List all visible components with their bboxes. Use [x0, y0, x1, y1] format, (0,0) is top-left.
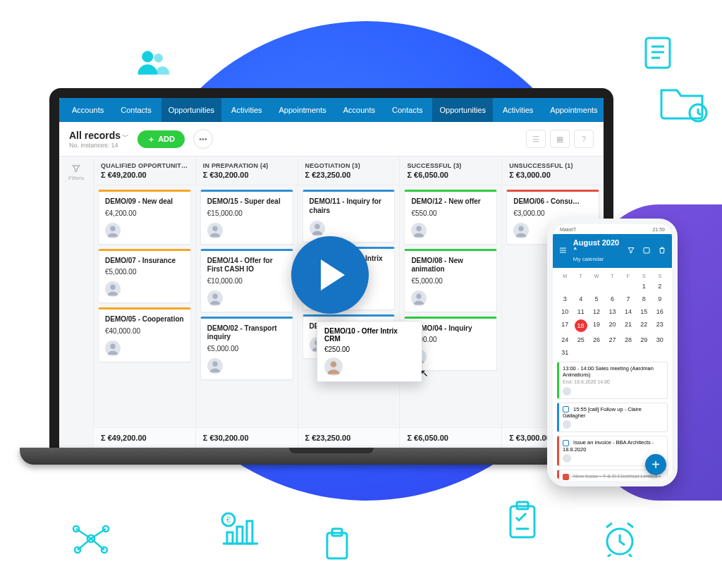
calendar-day[interactable]: 2 [652, 280, 668, 293]
today-icon[interactable] [642, 246, 651, 255]
avatar [563, 387, 571, 396]
subheader: All records﹀ No. instances: 14 ＋ ADD •••… [59, 122, 604, 157]
chevron-down-icon[interactable]: ﹀ [122, 133, 129, 140]
network-icon [71, 522, 111, 556]
svg-point-6 [142, 51, 153, 62]
svg-rect-5 [644, 248, 649, 254]
nav-tab-appointments[interactable]: Appointments [543, 98, 604, 122]
play-video-button[interactable] [291, 236, 369, 314]
nav-tab-contacts[interactable]: Contacts [385, 98, 429, 122]
nav-tab-activities[interactable]: Activities [496, 98, 540, 122]
nav-tab-opportunities[interactable]: Opportunities [432, 98, 492, 122]
avatar [207, 223, 223, 238]
nav-tab-contacts[interactable]: Contacts [114, 98, 158, 122]
checkbox[interactable] [563, 440, 569, 446]
calendar-day[interactable]: 14 [620, 305, 636, 318]
calendar-day[interactable]: 8 [636, 293, 651, 305]
avatar [411, 223, 427, 238]
alarm-clock-icon [601, 522, 639, 557]
view-kanban-icon[interactable]: ▦ [550, 130, 570, 148]
calendar-day[interactable]: 25 [573, 333, 588, 346]
avatar [563, 420, 571, 429]
calendar-header: August 2020 ˄ My calendar [553, 234, 672, 268]
nav-tab-accounts[interactable]: Accounts [336, 98, 382, 122]
opportunity-card[interactable]: DEMO/15 - Super deal €15,000.00 [200, 190, 293, 245]
calendar-day[interactable]: 3 [557, 293, 573, 305]
filter-icon[interactable] [627, 246, 635, 255]
calendar-day[interactable]: 13 [604, 305, 620, 318]
hamburger-icon[interactable] [558, 246, 568, 255]
column-header: UNSUCCESSFUL (1) Σ €3,000.00 [502, 157, 604, 185]
nav-tab-activities[interactable]: Activities [224, 98, 269, 122]
calendar-day[interactable]: 17 [557, 318, 573, 333]
calendar-day[interactable]: 22 [636, 318, 651, 333]
clipboard-icon [323, 527, 351, 561]
calendar-day[interactable]: 11 [573, 305, 588, 318]
calendar-day[interactable]: 30 [652, 333, 668, 346]
calendar-day[interactable]: 4 [573, 293, 588, 305]
calendar-day[interactable]: 19 [589, 318, 604, 333]
opportunity-card[interactable]: DEMO/07 - Insurance €5,000.00 [98, 249, 191, 304]
top-nav: AccountsContactsOpportunitiesActivitiesA… [59, 98, 604, 122]
calendar-day[interactable]: 26 [589, 333, 604, 346]
calendar-day[interactable]: 6 [604, 293, 620, 305]
nav-tab-accounts[interactable]: Accounts [65, 98, 111, 122]
opportunity-card[interactable]: DEMO/11 - Inquiry for chairs [302, 190, 396, 243]
avatar [207, 358, 223, 374]
add-button[interactable]: ＋ ADD [137, 130, 185, 148]
nav-tab-appointments[interactable]: Appointments [272, 98, 334, 122]
calendar-day[interactable]: 20 [604, 318, 620, 333]
view-list-icon[interactable]: ☰ [526, 130, 546, 148]
calendar-day[interactable]: 10 [557, 305, 573, 318]
chevron-up-icon[interactable]: ˄ [573, 247, 577, 255]
calendar-subtitle: My calendar [573, 256, 621, 262]
calendar-day[interactable]: 24 [557, 333, 573, 346]
calendar-day[interactable]: 27 [604, 333, 620, 346]
more-actions-button[interactable]: ••• [193, 129, 213, 149]
calendar-day[interactable]: 7 [620, 293, 636, 305]
column-footer: Σ €23,250.00 [298, 427, 400, 448]
view-title[interactable]: All records [69, 130, 121, 141]
chart-money-icon: € [219, 511, 262, 548]
calendar-day[interactable]: 28 [620, 333, 636, 346]
folder-clock-icon [657, 78, 709, 124]
calendar-day[interactable]: 23 [652, 318, 668, 333]
avatar [411, 290, 427, 306]
calendar-day[interactable]: 15 [636, 305, 651, 318]
agenda-event[interactable]: 13:00 - 14:00 Sales meeting (Aardman Ani… [557, 362, 668, 399]
filters-button[interactable]: Filters [59, 157, 93, 448]
doc-icon [642, 35, 684, 75]
fab-add-button[interactable]: + [645, 454, 666, 475]
dragging-card[interactable]: DEMO/10 - Offer Intrix CRM €250.00 [317, 321, 422, 382]
kanban-column: QUALIFIED OPPORTUNIT… Σ €49,200.00 DEMO/… [93, 157, 195, 448]
opportunity-card[interactable]: DEMO/05 - Cooperation €40,000.00 [98, 307, 191, 362]
trash-icon[interactable] [658, 246, 666, 255]
opportunity-card[interactable]: DEMO/08 - New animation €5,000.00 [404, 249, 497, 312]
opportunity-card[interactable]: DEMO/12 - New offer €550.00 [404, 190, 497, 245]
calendar-day[interactable]: 18 [575, 319, 587, 332]
calendar-day[interactable]: 9 [652, 293, 668, 305]
opportunity-card[interactable]: DEMO/09 - New deal €4,200.00 [98, 190, 191, 245]
nav-more[interactable]: ••• [608, 98, 613, 122]
checklist-icon [506, 501, 539, 540]
calendar-day[interactable]: 29 [636, 333, 651, 346]
opportunity-card[interactable]: DEMO/02 - Transport inquiry €5,000.00 [200, 317, 293, 380]
phone-mockup: MakeIT21:59 August 2020 ˄ My calendar MT… [547, 219, 678, 486]
calendar-day[interactable]: 12 [589, 305, 604, 318]
help-icon[interactable]: ? [574, 130, 594, 148]
avatar [513, 223, 529, 238]
checkbox[interactable] [563, 474, 569, 480]
calendar-day[interactable]: 31 [557, 346, 573, 359]
calendar-day[interactable]: 16 [652, 305, 668, 318]
avatar [105, 281, 121, 297]
calendar-day[interactable]: 5 [589, 293, 604, 305]
nav-tab-opportunities[interactable]: Opportunities [161, 98, 221, 122]
svg-rect-11 [237, 527, 243, 544]
opportunity-card[interactable]: DEMO/14 - Offer for First CASH IO €10,00… [200, 249, 293, 312]
calendar-day[interactable]: 1 [636, 280, 651, 293]
calendar-day[interactable]: 21 [620, 318, 636, 333]
calendar-month[interactable]: August 2020 [573, 238, 619, 247]
agenda-event[interactable]: 15:55 [call] Follow up - Claire Gallaghe… [557, 403, 668, 433]
checkbox[interactable] [563, 406, 569, 412]
svg-rect-22 [510, 506, 534, 537]
